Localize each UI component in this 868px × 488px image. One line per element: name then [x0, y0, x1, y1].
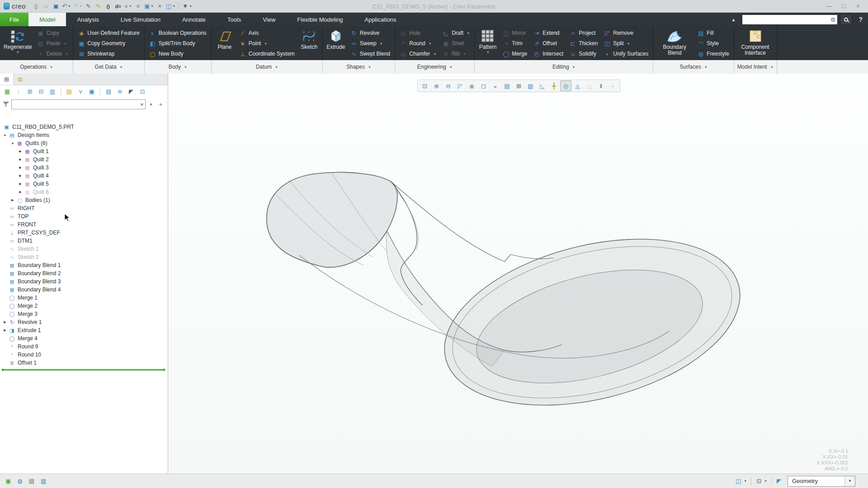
collapse-all-button[interactable]: ⊟ [37, 87, 45, 96]
ribbon-button-fill[interactable]: ▨Fill [695, 28, 731, 38]
ribbon-button-freestyle[interactable]: ◍Freestyle [695, 49, 731, 59]
tab-file[interactable]: File [0, 13, 28, 26]
expand-all-button[interactable]: ⊞ [26, 87, 34, 96]
ribbon-button-round[interactable]: ◜Round▼ [397, 38, 439, 48]
datum-display-button[interactable]: ◺ [537, 80, 548, 91]
tree-item-boundary-blend-3[interactable]: ▦Boundary Blend 3 [0, 277, 168, 286]
new-file-button[interactable]: ▯ [31, 1, 41, 11]
perspective-button[interactable]: ▧ [525, 80, 536, 91]
help-button[interactable]: ? [854, 16, 867, 23]
dimension-button[interactable]: d= [113, 1, 123, 11]
tree-expand-icon[interactable]: ▶ [17, 158, 24, 161]
tree-item-round-10[interactable]: ◜Round 10 [0, 351, 168, 359]
tab-flexible-modeling[interactable]: Flexible Modeling [286, 13, 354, 26]
ribbon-button-thicken[interactable]: ⊏Thicken [567, 38, 600, 48]
tab-tools[interactable]: Tools [217, 13, 252, 26]
zoom-in-button[interactable]: ⊕ [431, 80, 442, 91]
ribbon-button-plane[interactable]: Plane [214, 28, 236, 59]
ribbon-group-label-get-data[interactable]: Get Data▼ [73, 60, 144, 74]
tree-item-round-9[interactable]: ◜Round 9 [0, 343, 168, 351]
select-box-status-button[interactable]: ⊡ [755, 476, 762, 487]
ribbon-group-label-datum[interactable]: Datum▼ [212, 60, 323, 74]
tab-model[interactable]: Model [28, 13, 66, 26]
tree-expand-icon[interactable]: ▶ [17, 190, 24, 194]
layers-button[interactable]: ≋ [116, 87, 124, 96]
tree-item-sketch-2[interactable]: ∿Sketch 2 [0, 253, 168, 261]
ribbon-button-sketch[interactable]: Sketch [298, 28, 320, 59]
ribbon-button-swept-blend[interactable]: ∿Swept Blend [348, 49, 392, 59]
performance-status-button[interactable]: ▥ [40, 476, 47, 487]
preview-select-button[interactable]: ◤ [776, 476, 782, 487]
ribbon-button-style[interactable]: ◠Style [695, 38, 731, 48]
selection-filter-dropdown-icon[interactable]: ▼ [844, 476, 855, 486]
settings-button[interactable]: ▤ [65, 87, 73, 96]
open-button[interactable]: ▱ [41, 1, 51, 11]
ribbon-button-chamfer[interactable]: ◇Chamfer▼ [397, 49, 439, 59]
display-filter-button[interactable]: ◫▼ [165, 1, 176, 11]
tree-collapse-icon[interactable]: ▼ [9, 142, 16, 145]
ribbon-button-copy-geometry[interactable]: ▣Copy Geometry [75, 38, 142, 48]
ribbon-button-shrinkwrap[interactable]: ⊠Shrinkwrap [75, 49, 142, 59]
tree-expand-icon[interactable]: ▶ [17, 174, 24, 178]
tree-item-quilt-5[interactable]: ▶▦Quilt 5 [0, 180, 168, 188]
ribbon-button-pattern[interactable]: Pattern▼ [477, 28, 499, 59]
graphics-viewport[interactable]: ⊡⊕⊖◸◉◻◒▤⊞▧◺╋◎◬△‖◗ X.X+-0.1X.XX+-0.01X.XX… [168, 74, 868, 474]
tree-collapse-icon[interactable]: ▼ [2, 134, 8, 137]
ribbon-button-extrude[interactable]: Extrude [325, 28, 347, 59]
filter-clear-icon[interactable]: ✕ [139, 102, 145, 107]
spin-center-button[interactable]: ◉ [466, 80, 477, 91]
ribbon-button-component-interface[interactable]: Component Interface [736, 28, 774, 59]
grip-button[interactable]: ⋮ [14, 87, 23, 96]
tree-item-right[interactable]: ▱RIGHT [0, 204, 168, 212]
brackets-button[interactable]: () [104, 1, 113, 11]
customize-qat-button[interactable]: ▼▼ [181, 1, 193, 11]
graphics-display-button[interactable]: ◎ [560, 80, 571, 91]
ribbon-button-draft[interactable]: ◺Draft▼ [440, 28, 472, 38]
redo-button[interactable]: ↷▼ [72, 1, 83, 11]
tree-expand-icon[interactable]: ▶ [9, 198, 16, 202]
tree-item-front[interactable]: ▱FRONT [0, 221, 168, 229]
tree-columns-button[interactable]: ▥ [48, 87, 57, 96]
notebook-status-button[interactable]: ▤ [28, 476, 35, 487]
ribbon-group-label-model-intent[interactable]: Model Intent▼ [734, 60, 777, 74]
ribbon-button-split[interactable]: ◫Split▼ [601, 38, 651, 48]
search-settings-gear-icon[interactable]: ⚙ [829, 17, 838, 23]
display-style-status-button[interactable]: ◫ [735, 476, 742, 487]
select-box-status-icon-dropdown[interactable]: ▼ [764, 479, 767, 483]
selection-filter-combo[interactable]: Geometry ▼ [788, 476, 855, 487]
minimize-button[interactable]: — [823, 1, 835, 11]
ribbon-group-label-shapes[interactable]: Shapes▼ [323, 60, 395, 74]
ribbon-button-split-trim-body[interactable]: ◧Split/Trim Body [147, 38, 209, 48]
ribbon-button-extend[interactable]: ⇥Extend [531, 28, 566, 38]
ribbon-button-revolve[interactable]: ↻Revolve [348, 28, 392, 38]
tree-item-offset-1[interactable]: ≣Offset 1 [0, 359, 168, 367]
search-button[interactable] [840, 14, 852, 25]
folder-browser-tab[interactable]: ⧉ [14, 74, 27, 85]
tree-item-bodies-1[interactable]: ▶▢Bodies (1) [0, 196, 168, 204]
ribbon-button-regenerate[interactable]: Regenerate▼ [2, 28, 33, 59]
browser-status-button[interactable]: ◍ [16, 476, 23, 487]
design-check-button[interactable]: ✎ [84, 1, 93, 11]
ribbon-button-intersect[interactable]: ◴Intersect [531, 49, 566, 59]
refit-button[interactable]: ◸ [454, 80, 466, 91]
tree-item-quilt-6[interactable]: ▶▦Quilt 6 [0, 188, 168, 196]
save-button[interactable]: ◼ [51, 1, 61, 11]
ribbon-button-unify-surfaces[interactable]: ◗Unify Surfaces [601, 49, 651, 59]
saved-orientations-button[interactable]: ◒ [490, 80, 501, 91]
tree-item-merge-3[interactable]: ◯Merge 3 [0, 310, 168, 318]
tree-box-button[interactable]: ⊡ [138, 87, 146, 96]
tree-item-extrude-1[interactable]: ▶◨Extrude 1 [0, 326, 168, 334]
markup-button[interactable]: ✎ [94, 1, 103, 11]
tree-item-sketch-1[interactable]: ∿Sketch 1 [0, 245, 168, 253]
spin-toggle-button[interactable]: ◬ [572, 80, 583, 91]
ribbon-button-sweep[interactable]: ∾Sweep▼ [348, 38, 392, 48]
model-status-button[interactable]: ▣ [5, 476, 12, 487]
tree-item-boundary-blend-4[interactable]: ▦Boundary Blend 4 [0, 286, 168, 294]
regen-manager-button[interactable]: ≡ [133, 1, 143, 11]
ribbon-group-label-editing[interactable]: Editing▼ [475, 60, 653, 74]
tree-expand-icon[interactable]: ▶ [2, 320, 8, 324]
ribbon-collapse-icon[interactable]: ▲ [727, 17, 740, 22]
tab-annotate[interactable]: Annotate [171, 13, 217, 26]
annotation-display-button[interactable]: ╋ [548, 80, 560, 91]
tab-live-simulation[interactable]: Live Simulation [110, 13, 171, 26]
